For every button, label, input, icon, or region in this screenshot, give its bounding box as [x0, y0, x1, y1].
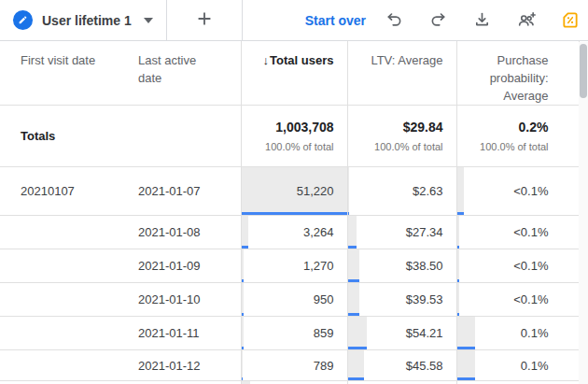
last-active-date-cell[interactable]: 2021-01-12	[133, 350, 241, 381]
value-bar-underline	[348, 313, 360, 316]
table-row: 2021-01-12 789 $45.58 0.1%	[0, 350, 579, 381]
download-icon	[472, 10, 492, 30]
totals-users-cell: 1,003,708 100.0% of total	[241, 106, 347, 167]
value-bar	[348, 216, 357, 246]
value-bar	[457, 167, 465, 212]
purchase-probability-cell[interactable]: 0.1%	[456, 317, 579, 350]
first-visit-date-cell[interactable]	[0, 317, 133, 350]
purchase-probability-cell[interactable]: <0.1%	[456, 167, 579, 216]
value-bar-underline	[242, 279, 245, 282]
table-row: 2021-01-09 1,270 $38.50 <0.1%	[0, 249, 579, 283]
first-visit-date-cell[interactable]	[0, 216, 133, 249]
sort-descending-icon: ↓	[263, 53, 270, 67]
purchase-probability-cell[interactable]: <0.1%	[456, 249, 579, 283]
column-header-purchase-probability[interactable]: Purchase probability: Average	[456, 41, 579, 106]
total-users-cell[interactable]: 789	[241, 350, 347, 381]
start-over-button[interactable]: Start over	[305, 13, 366, 28]
total-users-cell[interactable]: 51,220	[241, 167, 347, 216]
ltv-average-cell[interactable]: $38.50	[347, 249, 456, 283]
value-bar-underline	[457, 313, 460, 316]
value-bar	[457, 249, 460, 279]
tab-user-lifetime[interactable]: User lifetime 1	[0, 0, 166, 40]
value-bar-underline	[457, 212, 465, 215]
total-users-cell[interactable]: 1,270	[241, 249, 347, 283]
value-bar	[348, 283, 360, 313]
value-bar-underline	[457, 347, 476, 349]
plus-icon	[194, 8, 215, 32]
first-visit-date-cell[interactable]	[0, 283, 133, 317]
percent-document-icon	[561, 10, 580, 30]
value-bar-underline	[348, 347, 367, 349]
table-row: 20210107 2021-01-07 51,220 $2.63 <0.1%	[0, 167, 579, 216]
value-bar-underline	[457, 377, 476, 380]
redo-icon	[428, 10, 448, 30]
value-bar	[457, 283, 460, 313]
table-row: 2021-01-08 3,264 $27.34 <0.1%	[0, 216, 579, 249]
share-users-button[interactable]	[516, 10, 537, 31]
analytics-exploration-window: User lifetime 1 Start over	[0, 0, 588, 384]
add-tab-button[interactable]	[167, 0, 242, 40]
column-header-first-visit-date[interactable]: First visit date	[0, 41, 133, 106]
scrollbar-thumb[interactable]	[580, 44, 587, 98]
exploration-table: First visit date Last active date ↓Total…	[0, 41, 580, 384]
value-bar	[242, 350, 244, 377]
undo-icon	[385, 10, 404, 30]
exploration-table-container: First visit date Last active date ↓Total…	[0, 41, 579, 384]
totals-purchase-probability-cell: 0.2% 100.0% of total	[456, 106, 579, 167]
column-header-last-active-date[interactable]: Last active date	[133, 41, 241, 106]
table-row	[0, 381, 579, 384]
value-bar-underline	[242, 246, 248, 249]
last-active-date-cell[interactable]: 2021-01-07	[133, 167, 241, 216]
tab-dropdown-caret-icon[interactable]	[140, 16, 157, 25]
first-visit-date-cell[interactable]	[0, 249, 133, 283]
value-bar	[242, 249, 245, 279]
ltv-average-cell[interactable]: $39.53	[347, 283, 456, 317]
value-bar	[457, 216, 460, 246]
total-users-cell[interactable]	[241, 381, 347, 384]
table-row: 2021-01-11 859 $54.21 0.1%	[0, 317, 579, 350]
download-button[interactable]	[472, 10, 492, 30]
purchase-probability-cell[interactable]: <0.1%	[456, 216, 579, 249]
last-active-date-cell[interactable]: 2021-01-08	[133, 216, 241, 249]
total-users-cell[interactable]: 3,264	[241, 216, 347, 249]
value-bar-underline	[348, 246, 357, 249]
undo-button[interactable]	[385, 10, 404, 30]
value-bar	[348, 317, 367, 347]
header-row: First visit date Last active date ↓Total…	[0, 41, 579, 106]
total-users-cell[interactable]: 950	[241, 283, 347, 317]
value-bar-underline	[348, 212, 350, 215]
redo-button[interactable]	[428, 10, 448, 30]
ltv-average-cell[interactable]: $27.34	[347, 216, 456, 249]
value-bar	[242, 317, 244, 347]
add-people-icon	[516, 10, 537, 31]
table-row: 2021-01-10 950 $39.53 <0.1%	[0, 283, 579, 317]
anomaly-percent-button[interactable]	[561, 10, 580, 30]
first-visit-date-cell[interactable]	[0, 381, 133, 384]
total-users-cell[interactable]: 859	[241, 317, 347, 350]
value-bar-underline	[348, 377, 364, 380]
value-bar	[457, 317, 476, 347]
value-bar-underline	[242, 377, 244, 380]
purchase-probability-cell[interactable]: 0.1%	[456, 350, 579, 381]
totals-label: Totals	[0, 106, 133, 167]
ltv-average-cell[interactable]: $2.63	[347, 167, 456, 216]
ltv-average-cell[interactable]: $45.58	[347, 350, 456, 381]
first-visit-date-cell[interactable]	[0, 350, 133, 381]
value-bar-underline	[457, 279, 460, 282]
column-header-total-users[interactable]: ↓Total users	[241, 41, 347, 106]
last-active-date-cell[interactable]: 2021-01-10	[133, 283, 241, 317]
value-bar	[348, 249, 359, 279]
ltv-average-cell[interactable]: $54.21	[347, 317, 456, 350]
purchase-probability-cell[interactable]: <0.1%	[456, 283, 579, 317]
value-bar-underline	[242, 212, 347, 215]
purchase-probability-cell[interactable]	[456, 381, 579, 384]
column-header-ltv-average[interactable]: LTV: Average	[347, 41, 456, 106]
first-visit-date-cell[interactable]: 20210107	[0, 167, 133, 216]
last-active-date-cell[interactable]	[133, 381, 241, 384]
last-active-date-cell[interactable]: 2021-01-11	[133, 317, 241, 350]
totals-ltv-cell: $29.84 100.0% of total	[347, 106, 456, 167]
tab-label: User lifetime 1	[42, 13, 132, 28]
vertical-scrollbar[interactable]	[579, 42, 588, 384]
ltv-average-cell[interactable]	[347, 381, 456, 384]
last-active-date-cell[interactable]: 2021-01-09	[133, 249, 241, 283]
